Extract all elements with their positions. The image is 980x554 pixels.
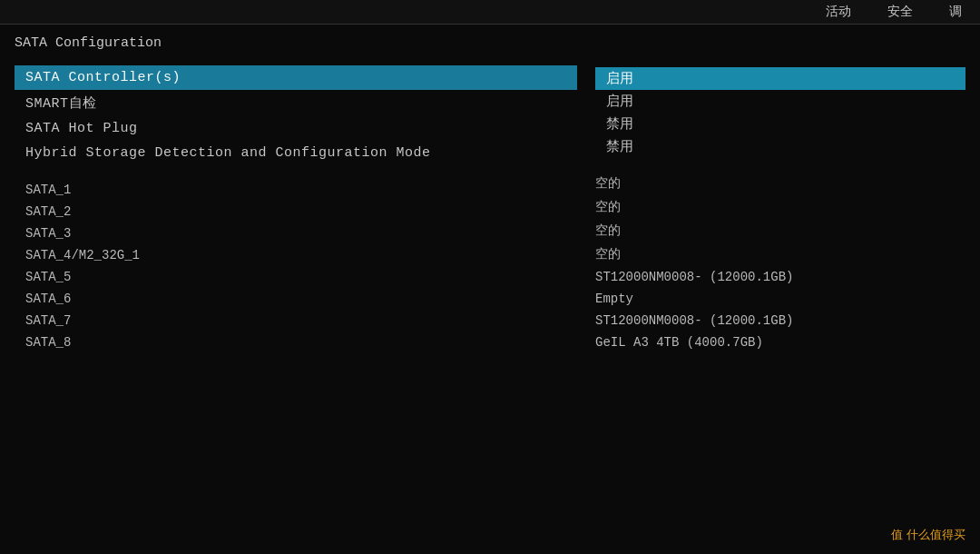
top-bar: 活动 安全 调 (0, 0, 980, 25)
sata-row-3[interactable]: SATA_4/M2_32G_1 (15, 245, 577, 265)
sata-val-row-2: 空的 (595, 220, 965, 242)
sata-values-list: 空的 空的 空的 空的 ST12000NM0008- (12000.1GB) E… (595, 173, 965, 352)
sata-row-1[interactable]: SATA_2 (15, 202, 577, 222)
menu-item-3[interactable]: Hybrid Storage Detection and Configurati… (15, 141, 577, 165)
top-bar-item-1: 活动 (826, 4, 851, 20)
sata-val-row-1: 空的 (595, 196, 965, 218)
sata-val-6: ST12000NM0008- (12000.1GB) (595, 311, 793, 331)
sata-val-row-5: Empty (595, 289, 965, 309)
values-top: 启用 启用 禁用 禁用 (595, 67, 965, 158)
sata-name-6: SATA_7 (15, 311, 196, 331)
sata-name-7: SATA_8 (15, 332, 196, 352)
right-value-3[interactable]: 禁用 (595, 135, 965, 158)
sata-row-0[interactable]: SATA_1 (15, 180, 577, 200)
sata-val-row-4: ST12000NM0008- (12000.1GB) (595, 267, 965, 287)
sata-val-row-0: 空的 (595, 173, 965, 194)
sata-row-4[interactable]: SATA_5 (15, 267, 577, 287)
sata-name-5: SATA_6 (15, 289, 196, 309)
right-panel: 启用 启用 禁用 禁用 空的 空的 空的 空的 ST12000NM0008- (… (577, 65, 965, 354)
right-value-1[interactable]: 启用 (595, 90, 965, 113)
sata-name-4: SATA_5 (15, 267, 196, 287)
sata-val-0: 空的 (595, 173, 621, 194)
sata-row-2[interactable]: SATA_3 (15, 223, 577, 243)
top-bar-item-3: 调 (949, 4, 962, 20)
sata-val-2: 空的 (595, 220, 621, 242)
sata-list: SATA_1 SATA_2 SATA_3 SATA_4/M2_32G_1 SAT… (15, 180, 577, 352)
sata-val-3: 空的 (595, 243, 621, 265)
watermark: 值 什么值得买 (891, 527, 965, 543)
menu-item-2[interactable]: SATA Hot Plug (15, 116, 577, 141)
sata-val-5: Empty (595, 289, 633, 309)
right-value-0[interactable]: 启用 (595, 67, 965, 90)
sata-val-row-7: GeIL A3 4TB (4000.7GB) (595, 332, 965, 352)
menu-item-1[interactable]: SMART自检 (15, 90, 577, 116)
sata-name-0: SATA_1 (15, 180, 196, 200)
sata-name-2: SATA_3 (15, 223, 196, 243)
top-bar-item-2: 安全 (887, 4, 913, 20)
sata-row-6[interactable]: SATA_7 (15, 311, 577, 331)
section-title: SATA Configuration (0, 28, 980, 58)
sata-val-7: GeIL A3 4TB (4000.7GB) (595, 332, 763, 352)
sata-val-4: ST12000NM0008- (12000.1GB) (595, 267, 793, 287)
sata-val-1: 空的 (595, 196, 621, 218)
sata-val-row-3: 空的 (595, 243, 965, 265)
right-value-2[interactable]: 禁用 (595, 113, 965, 135)
sata-row-5[interactable]: SATA_6 (15, 289, 577, 309)
main-content: SATA Controller(s) SMART自检 SATA Hot Plug… (0, 65, 980, 354)
watermark-text: 什么值得买 (906, 528, 965, 541)
sata-row-7[interactable]: SATA_8 (15, 332, 577, 352)
sata-val-row-6: ST12000NM0008- (12000.1GB) (595, 311, 965, 331)
sata-name-1: SATA_2 (15, 202, 196, 222)
watermark-icon: 值 (891, 528, 906, 541)
menu-item-0[interactable]: SATA Controller(s) (15, 65, 577, 90)
left-panel: SATA Controller(s) SMART自检 SATA Hot Plug… (15, 65, 577, 354)
sata-name-3: SATA_4/M2_32G_1 (15, 245, 196, 265)
